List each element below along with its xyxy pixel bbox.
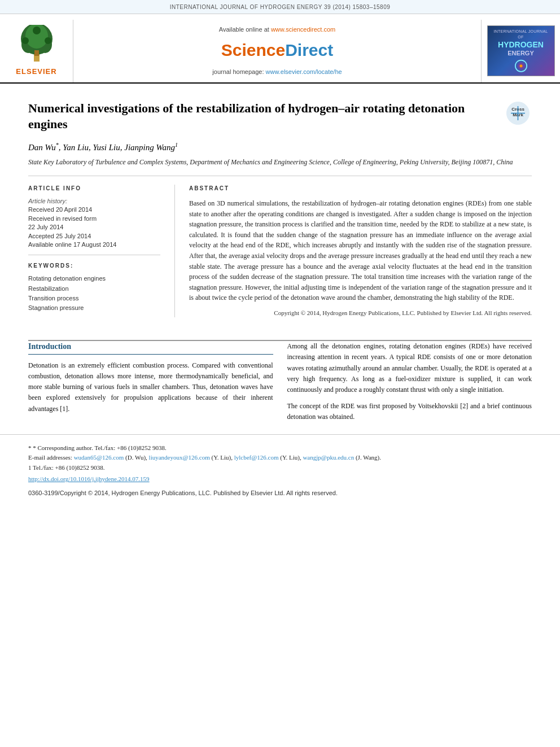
keyword-1: Rotating detonation engines <box>28 274 160 283</box>
author-jianping-wang: Jianping Wang1 <box>124 143 178 152</box>
journal-header-bar: INTERNATIONAL JOURNAL OF HYDROGEN ENERGY… <box>0 0 560 14</box>
accepted-date: Accepted 25 July 2014 <box>28 232 160 241</box>
journal-cover-area: International Journal of HYDROGEN ENERGY <box>481 20 560 82</box>
sciencedirect-logo: ScienceDirect <box>221 38 333 62</box>
email-link-3[interactable]: lylcbef@126.com <box>234 454 279 461</box>
email-4-name: (J. Wang). <box>356 454 381 461</box>
footnote-corresponding: * * Corresponding author. Tel./fax: +86 … <box>28 443 532 453</box>
footnote-corresponding-text: * Corresponding author. Tel./fax: +86 (1… <box>33 444 167 451</box>
email-1-name: (D. Wu), <box>125 454 149 461</box>
body-content: Introduction Detonation is an extremely … <box>0 341 560 428</box>
received-date-2: 22 July 2014 <box>28 223 160 231</box>
author-yan-liu: Yan Liu <box>63 143 89 152</box>
keyword-4: Stagnation pressure <box>28 304 160 312</box>
author-dan-wu: Dan Wu* <box>28 143 59 152</box>
journal-homepage: journal homepage: www.elsevier.com/locat… <box>212 68 342 76</box>
email-link-2[interactable]: liuyandeyoux@126.com <box>149 454 210 461</box>
info-divider <box>28 255 160 255</box>
footnote-emails: E-mail addresses: wudan65@126.com (D. Wu… <box>28 453 532 463</box>
main-content-area: Numerical investigations of the restabil… <box>0 84 560 340</box>
cover-graphic-icon <box>510 59 532 73</box>
abstract-text: Based on 3D numerical simulations, the r… <box>189 198 532 303</box>
footnote-star-label: * <box>28 444 33 451</box>
elsevier-tree-icon <box>14 25 59 64</box>
email-link-4[interactable]: wangjp@pku.edu.cn <box>303 454 354 461</box>
keywords-header: Keywords: <box>28 262 160 270</box>
article-title: Numerical investigations of the restabil… <box>28 101 492 133</box>
elsevier-logo-area: ELSEVIER <box>0 20 73 82</box>
history-label: Article history: <box>28 197 160 206</box>
crossmark-area: Cross Mark <box>504 101 532 126</box>
available-date: Available online 17 August 2014 <box>28 241 160 249</box>
keyword-2: Restabilization <box>28 285 160 293</box>
svg-point-7 <box>45 37 51 44</box>
cover-intl-text: International Journal of <box>491 29 552 40</box>
intro-paragraph-2: Among all the detonation engines, rotati… <box>287 341 532 395</box>
article-info-header: ARTICLE INFO <box>28 185 160 193</box>
cover-hydrogen-text: HYDROGEN <box>498 40 544 50</box>
svg-point-11 <box>519 64 522 67</box>
authors: Dan Wu*, Yan Liu, Yusi Liu, Jianping Wan… <box>28 141 532 154</box>
email-3-name: (Y. Liu), <box>280 454 303 461</box>
received-date-1: Received 20 April 2014 <box>28 206 160 214</box>
sciencedirect-url[interactable]: www.sciencedirect.com <box>271 26 335 33</box>
cover-energy-text: ENERGY <box>498 50 544 57</box>
direct-text: Direct <box>285 41 333 59</box>
received-revised-label: Received in revised form <box>28 215 160 223</box>
journal-cover-thumbnail: International Journal of HYDROGEN ENERGY <box>487 25 555 76</box>
body-left-column: Introduction Detonation is an extremely … <box>28 341 273 428</box>
doi-link[interactable]: http://dx.doi.org/10.1016/j.ijhydene.201… <box>28 475 532 483</box>
crossmark-icon: Cross Mark <box>505 101 531 126</box>
affiliation: State Key Laboratory of Turbulence and C… <box>28 157 532 167</box>
sciencedirect-area: Available online at www.sciencedirect.co… <box>73 20 481 82</box>
email-link-1[interactable]: wudan65@126.com <box>74 454 124 461</box>
author-yusi-liu: Yusi Liu <box>93 143 120 152</box>
keyword-3: Transition process <box>28 294 160 303</box>
svg-rect-5 <box>34 50 39 56</box>
abstract-section: ABSTRACT Based on 3D numerical simulatio… <box>175 185 532 317</box>
available-text: Available online at www.sciencedirect.co… <box>219 25 335 34</box>
homepage-link[interactable]: www.elsevier.com/locate/he <box>266 68 342 75</box>
abstract-copyright: Copyright © 2014, Hydrogen Energy Public… <box>189 309 532 317</box>
footer-copyright: 0360-3199/Copyright © 2014, Hydrogen Ene… <box>0 487 560 500</box>
info-columns: ARTICLE INFO Article history: Received 2… <box>28 176 532 317</box>
elsevier-logo: ELSEVIER <box>14 25 59 77</box>
intro-paragraph-1: Detonation is an extremely efficient com… <box>28 360 273 414</box>
abstract-header: ABSTRACT <box>189 185 532 193</box>
elsevier-brand-text: ELSEVIER <box>16 67 56 77</box>
body-right-column: Among all the detonation engines, rotati… <box>287 341 532 428</box>
article-title-section: Numerical investigations of the restabil… <box>28 95 532 133</box>
svg-point-6 <box>22 37 29 44</box>
article-info-column: ARTICLE INFO Article history: Received 2… <box>28 185 175 317</box>
journal-citation: INTERNATIONAL JOURNAL OF HYDROGEN ENERGY… <box>170 4 391 10</box>
science-text: Science <box>221 41 285 59</box>
footnotes-section: * * Corresponding author. Tel./fax: +86 … <box>0 434 560 487</box>
email-2-name: (Y. Liu), <box>212 454 234 461</box>
journal-header: ELSEVIER Available online at www.science… <box>0 14 560 84</box>
keywords-section: Keywords: Rotating detonation engines Re… <box>28 262 160 313</box>
footnote-1: 1 Tel./fax: +86 (10)8252 9038. <box>28 463 532 473</box>
introduction-title: Introduction <box>28 341 273 355</box>
intro-paragraph-3: The concept of the RDE was first propose… <box>287 401 532 422</box>
svg-point-8 <box>33 27 41 34</box>
